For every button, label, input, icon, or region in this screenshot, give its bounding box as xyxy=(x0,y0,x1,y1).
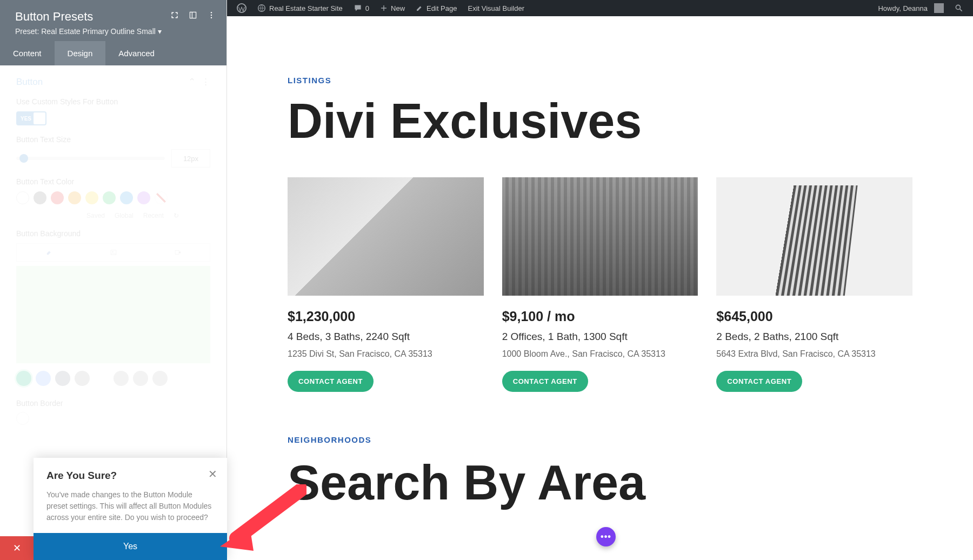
sidebar-body: Button ⌃ ⋮ Use Custom Styles For Button … xyxy=(0,65,226,436)
new-item[interactable]: New xyxy=(375,0,410,16)
edit-page[interactable]: Edit Page xyxy=(410,0,462,16)
close-icon[interactable]: ✕ xyxy=(208,468,217,481)
cancel-strip[interactable]: ✕ xyxy=(0,536,34,560)
listing-price: $645,000 xyxy=(716,309,912,324)
modal-title: Are You Sure? xyxy=(46,470,214,482)
wp-admin-bar: Real Estate Starter Site 0 New Edit Page… xyxy=(227,0,973,16)
sidebar-tabs: Content Design Advanced xyxy=(0,41,226,65)
listing-image xyxy=(288,177,484,296)
listing-card: $9,100 / mo 2 Offices, 1 Bath, 1300 Sqft… xyxy=(502,177,698,392)
listing-card: $1,230,000 4 Beds, 3 Baths, 2240 Sqft 12… xyxy=(288,177,484,392)
svg-rect-3 xyxy=(190,12,196,18)
comments-count: 0 xyxy=(365,4,369,12)
wp-logo[interactable] xyxy=(231,0,252,16)
site-name-label: Real Estate Starter Site xyxy=(269,4,343,12)
listing-address: 5643 Extra Blvd, San Fracisco, CA 35313 xyxy=(716,349,912,359)
listing-address: 1235 Divi St, San Fracisco, CA 35313 xyxy=(288,349,484,359)
eyebrow-neighborhoods: NEIGHBORHOODS xyxy=(288,435,912,444)
svg-point-6 xyxy=(211,15,212,16)
page-preview: LISTINGS Divi Exclusives $1,230,000 4 Be… xyxy=(227,16,973,560)
eyebrow-listings: LISTINGS xyxy=(288,76,912,85)
confirm-yes-button[interactable]: Yes xyxy=(34,533,227,560)
comments-item[interactable]: 0 xyxy=(348,0,375,16)
listing-image xyxy=(716,177,912,296)
svg-point-2 xyxy=(956,5,960,9)
focus-icon[interactable] xyxy=(169,10,180,21)
cards-row: $1,230,000 4 Beds, 3 Baths, 2240 Sqft 12… xyxy=(288,177,912,392)
svg-point-0 xyxy=(237,4,246,12)
listing-address: 1000 Bloom Ave., San Fracisco, CA 35313 xyxy=(502,349,698,359)
exit-label: Exit Visual Builder xyxy=(468,4,524,12)
svg-point-5 xyxy=(211,12,212,13)
tab-advanced[interactable]: Advanced xyxy=(105,41,168,65)
sidebar-subtitle[interactable]: Preset: Real Estate Primary Outline Smal… xyxy=(15,27,211,36)
tab-content[interactable]: Content xyxy=(0,41,55,65)
edit-label: Edit Page xyxy=(426,4,457,12)
listing-price: $1,230,000 xyxy=(288,309,484,324)
exit-visual-builder[interactable]: Exit Visual Builder xyxy=(462,0,530,16)
listing-meta: 4 Beds, 3 Baths, 2240 Sqft xyxy=(288,331,484,343)
listing-card: $645,000 2 Beds, 2 Baths, 2100 Sqft 5643… xyxy=(716,177,912,392)
contact-agent-button[interactable]: CONTACT AGENT xyxy=(716,371,802,392)
avatar xyxy=(934,3,944,13)
chevron-down-icon: ▾ xyxy=(158,27,162,36)
svg-point-7 xyxy=(211,17,212,18)
listing-meta: 2 Beds, 2 Baths, 2100 Sqft xyxy=(716,331,912,343)
listing-price: $9,100 / mo xyxy=(502,309,698,324)
listing-meta: 2 Offices, 1 Bath, 1300 Sqft xyxy=(502,331,698,343)
more-icon[interactable] xyxy=(206,10,217,21)
confirm-modal: Are You Sure? ✕ You've made changes to t… xyxy=(34,458,227,560)
new-label: New xyxy=(391,4,405,12)
greeting-label: Howdy, Deanna xyxy=(878,4,928,12)
headline-exclusives: Divi Exclusives xyxy=(288,96,912,147)
headline-search: Search By Area xyxy=(288,455,912,511)
panel-icon[interactable] xyxy=(188,10,198,21)
tab-design[interactable]: Design xyxy=(55,41,106,65)
sidebar-header: Button Presets Preset: Real Estate Prima… xyxy=(0,0,226,41)
contact-agent-button[interactable]: CONTACT AGENT xyxy=(288,371,374,392)
search-icon[interactable] xyxy=(949,4,969,12)
builder-fab[interactable]: ••• xyxy=(596,527,616,546)
sidebar-dim-overlay xyxy=(0,65,226,436)
listing-image xyxy=(502,177,698,296)
modal-text: You've made changes to the Button Module… xyxy=(46,489,214,523)
site-name[interactable]: Real Estate Starter Site xyxy=(252,0,348,16)
contact-agent-button[interactable]: CONTACT AGENT xyxy=(502,371,588,392)
howdy[interactable]: Howdy, Deanna xyxy=(872,3,949,13)
